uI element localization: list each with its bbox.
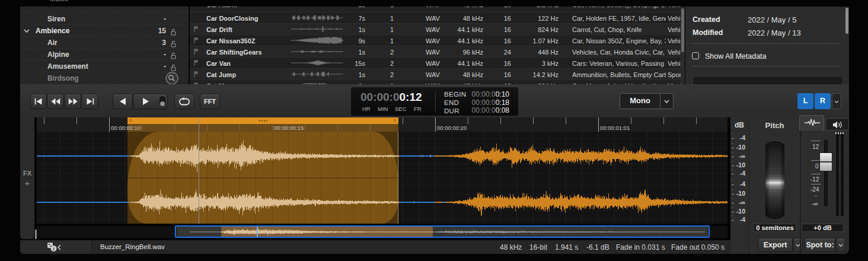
- svg-text:i: i: [53, 246, 54, 252]
